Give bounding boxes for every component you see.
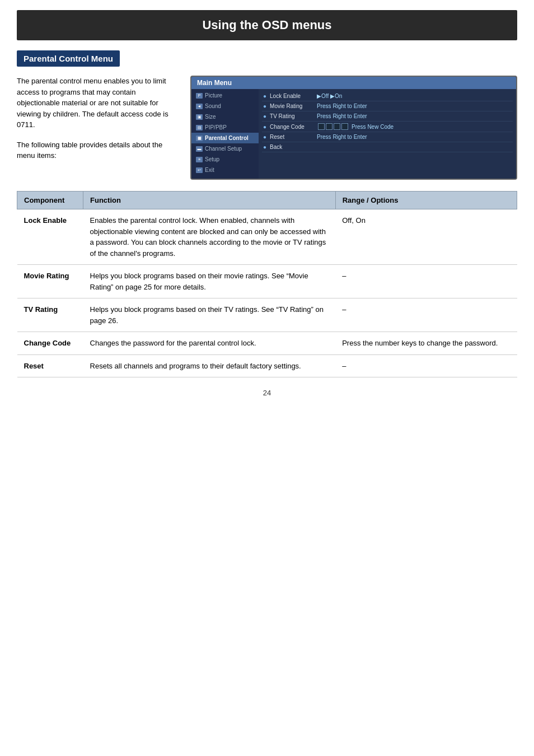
pip-icon: ▤ xyxy=(196,125,203,130)
table-row: ResetResets all channels and programs to… xyxy=(17,354,517,377)
col-component: Component xyxy=(17,192,83,209)
intro-text: The parental control menu enables you to… xyxy=(17,76,179,180)
table-cell-component: Lock Enable xyxy=(17,209,83,265)
bullet-code: ● xyxy=(263,124,266,130)
exit-icon: ↩ xyxy=(196,167,203,173)
movie-rating-label: Movie Rating xyxy=(270,103,315,109)
parental-icon: ▦ xyxy=(196,136,203,141)
col-function: Function xyxy=(83,192,336,209)
size-icon: ▣ xyxy=(196,114,203,120)
osd-item-pip: ▤ PIP/PBP xyxy=(191,122,259,133)
movie-rating-value: Press Right to Enter xyxy=(317,103,367,109)
table-cell-function: Enables the parental control lock. When … xyxy=(83,209,336,265)
table-row: Movie RatingHelps you block programs bas… xyxy=(17,265,517,298)
table-row: Lock EnableEnables the parental control … xyxy=(17,209,517,265)
bullet-lock: ● xyxy=(263,93,266,99)
back-label: Back xyxy=(270,144,315,150)
table-cell-range: Off, On xyxy=(335,209,517,265)
col-range: Range / Options xyxy=(335,192,517,209)
osd-body: P Picture ◄ Sound ▣ Size ▤ PIP/PBP ▦ P xyxy=(191,89,516,179)
tv-rating-label: TV Rating xyxy=(270,113,315,119)
page-title: Using the OSD menus xyxy=(17,10,517,40)
osd-item-setup: ≡ Setup xyxy=(191,154,259,165)
bullet-tv: ● xyxy=(263,113,266,119)
table-section: Component Function Range / Options Lock … xyxy=(17,191,517,377)
code-box-4 xyxy=(341,123,348,130)
osd-option-lock-enable: ● Lock Enable ▶Off ▶On xyxy=(262,91,513,101)
section-heading: Parental Control Menu xyxy=(17,50,120,67)
table-cell-function: Changes the password for the parental co… xyxy=(83,332,336,355)
table-cell-component: Movie Rating xyxy=(17,265,83,298)
lock-enable-label: Lock Enable xyxy=(270,93,315,99)
change-code-label: Change Code xyxy=(270,124,315,130)
reset-label: Reset xyxy=(270,134,315,140)
code-boxes xyxy=(318,123,348,130)
sound-icon: ◄ xyxy=(196,104,203,109)
table-cell-range: – xyxy=(335,354,517,377)
code-box-3 xyxy=(334,123,340,130)
osd-item-channel: ▬ Channel Setup xyxy=(191,143,259,154)
table-cell-component: Change Code xyxy=(17,332,83,355)
osd-option-change-code: ● Change Code Press New Code xyxy=(262,122,513,132)
osd-left-menu: P Picture ◄ Sound ▣ Size ▤ PIP/PBP ▦ P xyxy=(191,89,259,179)
tv-rating-value: Press Right to Enter xyxy=(317,113,367,119)
table-cell-function: Resets all channels and programs to thei… xyxy=(83,354,336,377)
intro-paragraph-2: The following table provides details abo… xyxy=(17,139,179,161)
channel-icon: ▬ xyxy=(196,146,203,152)
picture-icon: P xyxy=(196,93,203,99)
table-cell-range: – xyxy=(335,298,517,332)
table-header-row: Component Function Range / Options xyxy=(17,192,517,209)
osd-item-exit: ↩ Exit xyxy=(191,165,259,175)
content-area: The parental control menu enables you to… xyxy=(17,76,517,180)
lock-enable-value: ▶Off ▶On xyxy=(317,93,342,99)
osd-option-back: ● Back xyxy=(262,142,513,152)
features-table: Component Function Range / Options Lock … xyxy=(17,191,517,377)
bullet-reset: ● xyxy=(263,134,266,140)
osd-item-sound: ◄ Sound xyxy=(191,101,259,111)
table-row: Change CodeChanges the password for the … xyxy=(17,332,517,355)
osd-item-picture: P Picture xyxy=(191,90,259,101)
osd-item-parental: ▦ Parental Control xyxy=(191,133,259,143)
table-cell-function: Helps you block programs based on their … xyxy=(83,265,336,298)
table-cell-component: Reset xyxy=(17,354,83,377)
osd-option-movie-rating: ● Movie Rating Press Right to Enter xyxy=(262,101,513,111)
osd-item-size: ▣ Size xyxy=(191,111,259,122)
osd-title-bar: Main Menu xyxy=(191,77,516,89)
intro-paragraph-1: The parental control menu enables you to… xyxy=(17,76,179,130)
page-number: 24 xyxy=(0,377,534,403)
table-row: TV RatingHelps you block programs based … xyxy=(17,298,517,332)
code-box-2 xyxy=(326,123,332,130)
bullet-back: ● xyxy=(263,144,266,150)
reset-value: Press Right to Enter xyxy=(317,134,367,140)
osd-option-tv-rating: ● TV Rating Press Right to Enter xyxy=(262,111,513,122)
table-cell-range: – xyxy=(335,265,517,298)
change-code-value: Press New Code xyxy=(352,124,394,130)
table-cell-range: Press the number keys to change the pass… xyxy=(335,332,517,355)
table-cell-component: TV Rating xyxy=(17,298,83,332)
osd-menu-screenshot: Main Menu P Picture ◄ Sound ▣ Size ▤ xyxy=(190,76,517,180)
setup-icon: ≡ xyxy=(196,157,203,162)
bullet-movie: ● xyxy=(263,103,266,109)
osd-option-reset: ● Reset Press Right to Enter xyxy=(262,132,513,142)
osd-right-panel: ● Lock Enable ▶Off ▶On ● Movie Rating Pr… xyxy=(259,89,516,179)
table-cell-function: Helps you block programs based on their … xyxy=(83,298,336,332)
code-box-1 xyxy=(318,123,325,130)
